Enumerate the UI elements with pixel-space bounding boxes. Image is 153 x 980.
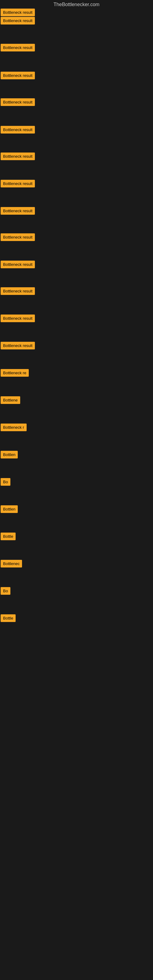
bottleneck-badge-6[interactable]: Bottleneck result: [1, 126, 35, 134]
bottleneck-badge-11[interactable]: Bottleneck result: [1, 261, 35, 268]
bottleneck-badge-21[interactable]: Bottle: [1, 533, 16, 540]
result-row-1: Bottleneck result: [1, 9, 35, 18]
result-row-6: Bottleneck result: [1, 126, 35, 135]
result-row-10: Bottleneck result: [1, 233, 35, 242]
result-row-19: Bo: [1, 478, 10, 487]
result-row-8: Bottleneck result: [1, 180, 35, 189]
bottleneck-badge-2[interactable]: Bottleneck result: [1, 17, 35, 24]
bottleneck-badge-3[interactable]: Bottleneck result: [1, 44, 35, 51]
bottleneck-badge-14[interactable]: Bottleneck result: [1, 342, 35, 350]
bottleneck-badge-9[interactable]: Bottleneck result: [1, 207, 35, 215]
result-row-21: Bottle: [1, 533, 16, 541]
result-row-4: Bottleneck result: [1, 72, 35, 81]
bottleneck-badge-13[interactable]: Bottleneck result: [1, 315, 35, 322]
bottleneck-badge-7[interactable]: Bottleneck result: [1, 153, 35, 160]
bottleneck-badge-5[interactable]: Bottleneck result: [1, 98, 35, 106]
page-container: TheBottlenecker.com Bottleneck resultBot…: [0, 0, 153, 980]
result-row-7: Bottleneck result: [1, 153, 35, 161]
result-row-13: Bottleneck result: [1, 315, 35, 323]
result-row-24: Bottle: [1, 614, 16, 623]
bottleneck-badge-23[interactable]: Bo: [1, 587, 10, 595]
result-row-20: Bottlen: [1, 505, 18, 514]
bottleneck-badge-10[interactable]: Bottleneck result: [1, 233, 35, 241]
bottleneck-badge-18[interactable]: Bottlen: [1, 451, 18, 458]
result-row-22: Bottlenec: [1, 560, 22, 569]
bottleneck-badge-24[interactable]: Bottle: [1, 614, 16, 622]
result-row-11: Bottleneck result: [1, 261, 35, 269]
bottleneck-badge-15[interactable]: Bottleneck re: [1, 369, 29, 377]
result-row-23: Bo: [1, 587, 10, 596]
bottleneck-badge-8[interactable]: Bottleneck result: [1, 180, 35, 188]
result-row-17: Bottleneck r: [1, 423, 27, 433]
bottleneck-badge-1[interactable]: Bottleneck result: [1, 9, 35, 16]
bottleneck-badge-22[interactable]: Bottlenec: [1, 560, 22, 568]
bottleneck-badge-12[interactable]: Bottleneck result: [1, 287, 35, 295]
result-row-5: Bottleneck result: [1, 98, 35, 107]
result-row-16: Bottlene: [1, 396, 20, 405]
result-row-18: Bottlen: [1, 451, 18, 460]
bottleneck-badge-17[interactable]: Bottleneck r: [1, 423, 27, 431]
bottleneck-badge-19[interactable]: Bo: [1, 478, 10, 486]
result-row-9: Bottleneck result: [1, 207, 35, 216]
bottleneck-badge-16[interactable]: Bottlene: [1, 396, 20, 404]
result-row-12: Bottleneck result: [1, 287, 35, 296]
bottleneck-badge-4[interactable]: Bottleneck result: [1, 72, 35, 79]
bottleneck-badge-20[interactable]: Bottlen: [1, 505, 18, 513]
result-row-2: Bottleneck result: [1, 17, 35, 26]
site-title: TheBottlenecker.com: [0, 0, 153, 9]
result-row-15: Bottleneck re: [1, 369, 29, 378]
result-row-3: Bottleneck result: [1, 44, 35, 52]
results-list: Bottleneck resultBottleneck resultBottle…: [0, 9, 153, 652]
result-row-14: Bottleneck result: [1, 342, 35, 351]
